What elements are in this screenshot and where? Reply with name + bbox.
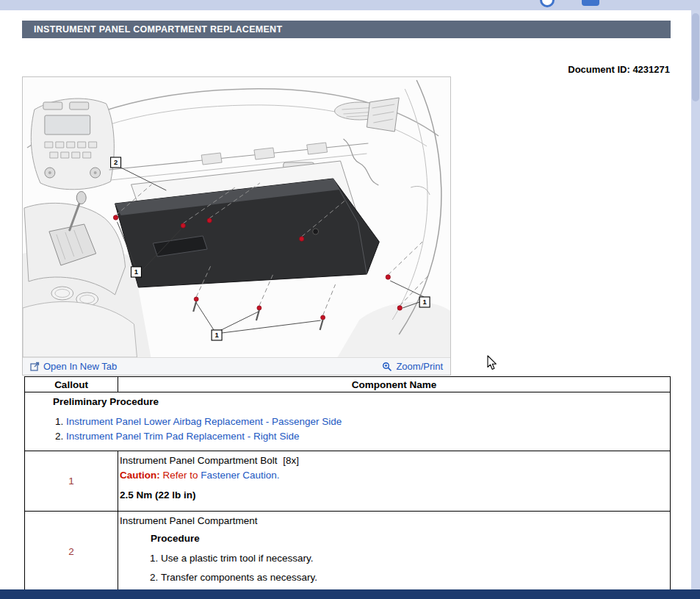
- table-row-callout-2: 2 Instrument Panel Compartment Procedure…: [25, 512, 671, 592]
- table-row-callout-1: 1 Instrument Panel Compartment Bolt [8x]…: [25, 451, 671, 512]
- svg-text:1: 1: [134, 268, 138, 276]
- document-id: Document ID: 4231271: [568, 64, 670, 75]
- scrollbar[interactable]: [691, 0, 700, 590]
- mouse-cursor: [487, 355, 498, 370]
- zoom-magnifier-icon: [382, 362, 392, 372]
- section-header: INSTRUMENT PANEL COMPARTMENT REPLACEMENT: [22, 21, 671, 38]
- caution-text: Refer to: [163, 470, 198, 481]
- component-name-bolt: Instrument Panel Compartment Bolt [8x]: [120, 453, 667, 468]
- figure-footer: Open In New Tab Zoom/Print: [23, 357, 450, 375]
- torque-spec: 2.5 Nm (22 lb in): [120, 488, 667, 503]
- figure-diagram: 2 1 1 1: [23, 77, 450, 357]
- procedure-step-2: Transfer components as necessary.: [161, 570, 667, 585]
- column-header-component: Component Name: [118, 377, 671, 392]
- procedure-title: Procedure: [120, 531, 667, 546]
- callout-number-1: 1: [25, 451, 118, 512]
- column-header-callout: Callout: [25, 377, 118, 392]
- scrollbar-thumb[interactable]: [692, 13, 699, 101]
- caution-label: Caution:: [120, 470, 160, 481]
- preliminary-procedure-row: Preliminary Procedure Instrument Panel L…: [25, 392, 671, 451]
- toolbar-icon-2[interactable]: [582, 0, 599, 6]
- callout-marker-1a: 1: [131, 267, 141, 277]
- preliminary-link-trim-pad[interactable]: Instrument Panel Trim Pad Replacement - …: [66, 431, 299, 442]
- svg-text:1: 1: [214, 331, 218, 339]
- callout-number-2: 2: [25, 512, 118, 592]
- open-in-new-tab-link[interactable]: Open In New Tab: [30, 361, 117, 372]
- procedure-step-list: Use a plastic trim tool if necessary. Tr…: [120, 551, 667, 584]
- callout-marker-2: 2: [111, 157, 121, 168]
- preliminary-list-item: Instrument Panel Trim Pad Replacement - …: [66, 431, 667, 442]
- procedure-step-1: Use a plastic trim tool if necessary.: [161, 551, 667, 566]
- caution-line: Caution: Refer to Fastener Caution.: [120, 468, 667, 483]
- figure-panel: 2 1 1 1 Open In New Tab: [22, 76, 451, 376]
- svg-text:1: 1: [422, 298, 426, 306]
- page-title: INSTRUMENT PANEL COMPARTMENT REPLACEMENT: [34, 24, 282, 35]
- open-in-new-tab-label: Open In New Tab: [43, 361, 117, 372]
- bottom-bar: [0, 589, 700, 599]
- fastener-caution-link[interactable]: Fastener Caution.: [201, 470, 279, 481]
- preliminary-list-item: Instrument Panel Lower Airbag Replacemen…: [66, 416, 667, 427]
- zoom-print-link[interactable]: Zoom/Print: [382, 361, 443, 372]
- callout-table: Callout Component Name Preliminary Proce…: [24, 376, 671, 592]
- preliminary-procedure-title: Preliminary Procedure: [25, 396, 667, 407]
- preliminary-procedure-list: Instrument Panel Lower Airbag Replacemen…: [25, 416, 667, 442]
- callout-marker-1b: 1: [212, 330, 222, 340]
- component-name-compartment: Instrument Panel Compartment: [120, 514, 667, 528]
- callout-marker-1c: 1: [419, 297, 430, 307]
- svg-text:2: 2: [114, 158, 118, 166]
- component-qty: [8x]: [283, 455, 299, 466]
- open-in-new-tab-icon: [30, 362, 40, 371]
- zoom-print-label: Zoom/Print: [396, 361, 443, 372]
- preliminary-link-airbag[interactable]: Instrument Panel Lower Airbag Replacemen…: [66, 416, 342, 427]
- table-header-row: Callout Component Name: [25, 377, 671, 392]
